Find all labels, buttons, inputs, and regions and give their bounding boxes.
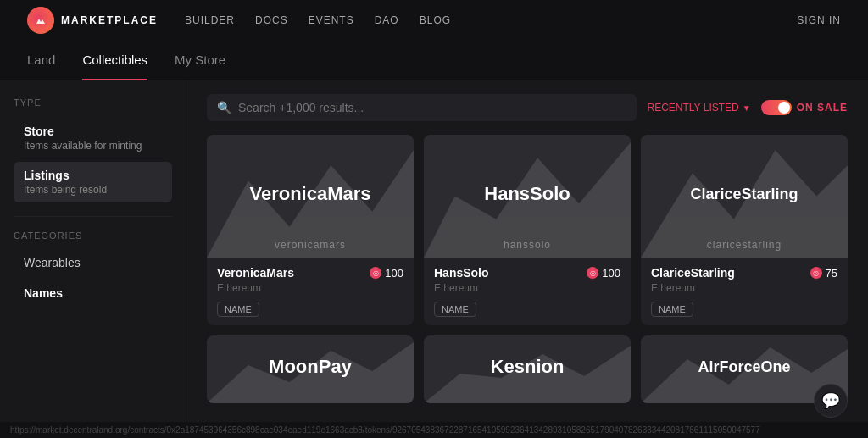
nav-docs[interactable]: DOCS bbox=[255, 14, 288, 26]
nav-blog[interactable]: BLOG bbox=[420, 14, 451, 26]
main-content: 🔍 RECENTLY LISTED ▼ ON SALE bbox=[186, 80, 868, 438]
nav-events[interactable]: EVENTS bbox=[309, 14, 354, 26]
card-1-title-overlay: HansSolo bbox=[484, 183, 570, 205]
categories-label: CATEGORIES bbox=[14, 230, 172, 241]
card-1-tag: NAME bbox=[434, 302, 476, 317]
card-2-image: ClariceStarling claricestarling bbox=[641, 135, 848, 258]
chevron-down-icon: ▼ bbox=[743, 103, 751, 113]
card-1-price-value: 100 bbox=[602, 267, 620, 280]
type-label: TYPE bbox=[14, 97, 172, 108]
toolbar: 🔍 RECENTLY LISTED ▼ ON SALE bbox=[207, 94, 848, 121]
card-2-username: claricestarling bbox=[707, 239, 782, 251]
status-bar: https://market.decentraland.org/contract… bbox=[0, 422, 868, 438]
card-1-name-row: HansSolo ◎ 100 bbox=[434, 266, 620, 280]
toggle-knob bbox=[778, 102, 790, 114]
card-2-name: ClariceStarling bbox=[651, 266, 735, 280]
price-icon-0: ◎ bbox=[370, 267, 381, 279]
header: MARKETPLACE BUILDER DOCS EVENTS DAO BLOG… bbox=[0, 0, 868, 41]
sidebar-divider bbox=[14, 216, 172, 217]
search-icon: 🔍 bbox=[217, 101, 231, 114]
store-sub: Items available for minting bbox=[24, 140, 162, 152]
on-sale-label: ON SALE bbox=[797, 102, 848, 114]
card-0-username: veronicamars bbox=[275, 239, 346, 251]
on-sale-toggle[interactable] bbox=[761, 100, 792, 115]
card-0[interactable]: VeronicaMars veronicamars VeronicaMars ◎… bbox=[207, 135, 414, 325]
chat-icon: 💬 bbox=[821, 391, 840, 410]
tab-bar: Land Collectibles My Store bbox=[0, 41, 868, 80]
main-nav: BUILDER DOCS EVENTS DAO BLOG bbox=[185, 14, 451, 26]
listings-title: Listings bbox=[24, 169, 162, 182]
card-1-name: HansSolo bbox=[434, 266, 489, 280]
cards-grid: VeronicaMars veronicamars VeronicaMars ◎… bbox=[207, 135, 848, 403]
sidebar-item-store[interactable]: Store Items available for minting bbox=[14, 118, 172, 158]
price-icon-2: ◎ bbox=[810, 267, 822, 279]
card-0-name-row: VeronicaMars ◎ 100 bbox=[217, 266, 403, 280]
card-2-price: ◎ 75 bbox=[810, 267, 837, 280]
search-input[interactable] bbox=[238, 101, 626, 114]
card-0-image: VeronicaMars veronicamars bbox=[207, 135, 414, 258]
price-icon-1: ◎ bbox=[587, 267, 598, 279]
search-wrap[interactable]: 🔍 bbox=[207, 94, 637, 121]
card-0-tag: NAME bbox=[217, 302, 259, 317]
card-0-info: VeronicaMars ◎ 100 Ethereum NAME bbox=[207, 258, 414, 325]
on-sale-toggle-wrap: ON SALE bbox=[761, 100, 848, 115]
card-2[interactable]: ClariceStarling claricestarling ClariceS… bbox=[641, 135, 848, 325]
svg-point-0 bbox=[34, 14, 47, 27]
card-0-price-value: 100 bbox=[385, 267, 403, 280]
card-4-title-overlay: Kesnion bbox=[491, 356, 565, 378]
card-1-price: ◎ 100 bbox=[587, 267, 620, 280]
card-2-chain: Ethereum bbox=[651, 282, 837, 294]
tab-land[interactable]: Land bbox=[27, 41, 55, 80]
toolbar-right: RECENTLY LISTED ▼ ON SALE bbox=[647, 100, 848, 115]
card-2-price-value: 75 bbox=[826, 267, 837, 280]
logo-icon bbox=[27, 7, 54, 34]
nav-dao[interactable]: DAO bbox=[375, 14, 399, 26]
main-layout: TYPE Store Items available for minting L… bbox=[0, 80, 868, 438]
card-0-price: ◎ 100 bbox=[370, 267, 403, 280]
tab-my-store[interactable]: My Store bbox=[175, 41, 225, 80]
logo[interactable]: MARKETPLACE bbox=[27, 7, 158, 34]
card-1-image: HansSolo hanssolo bbox=[424, 135, 631, 258]
card-0-title-overlay: VeronicaMars bbox=[249, 183, 370, 205]
card-3-image: MoonPay bbox=[207, 335, 414, 403]
card-2-info: ClariceStarling ◎ 75 Ethereum NAME bbox=[641, 258, 848, 325]
listings-sub: Items being resold bbox=[24, 184, 162, 196]
status-bar-text: https://market.decentraland.org/contract… bbox=[10, 425, 760, 435]
recently-listed-label: RECENTLY LISTED bbox=[647, 102, 738, 114]
sign-in-button[interactable]: SIGN IN bbox=[797, 14, 841, 26]
card-1[interactable]: HansSolo hanssolo HansSolo ◎ 100 Ethereu… bbox=[424, 135, 631, 325]
sidebar: TYPE Store Items available for minting L… bbox=[0, 80, 186, 438]
nav-builder[interactable]: BUILDER bbox=[185, 14, 235, 26]
card-4[interactable]: Kesnion bbox=[424, 335, 631, 403]
store-title: Store bbox=[24, 125, 162, 138]
card-2-name-row: ClariceStarling ◎ 75 bbox=[651, 266, 837, 280]
card-1-username: hanssolo bbox=[504, 239, 551, 251]
card-3-title-overlay: MoonPay bbox=[269, 356, 352, 378]
card-2-tag: NAME bbox=[651, 302, 693, 317]
card-2-title-overlay: ClariceStarling bbox=[690, 186, 798, 203]
brand-label: MARKETPLACE bbox=[61, 14, 158, 26]
tab-collectibles[interactable]: Collectibles bbox=[82, 41, 147, 80]
card-1-chain: Ethereum bbox=[434, 282, 620, 294]
card-4-image: Kesnion bbox=[424, 335, 631, 403]
sidebar-cat-names[interactable]: Names bbox=[14, 280, 172, 307]
card-5-title-overlay: AirForceOne bbox=[698, 358, 790, 376]
sidebar-item-listings[interactable]: Listings Items being resold bbox=[14, 162, 172, 202]
card-1-info: HansSolo ◎ 100 Ethereum NAME bbox=[424, 258, 631, 325]
chat-bubble[interactable]: 💬 bbox=[814, 384, 848, 418]
card-0-chain: Ethereum bbox=[217, 282, 403, 294]
sidebar-cat-wearables[interactable]: Wearables bbox=[14, 249, 172, 276]
card-0-name: VeronicaMars bbox=[217, 266, 294, 280]
recently-listed-button[interactable]: RECENTLY LISTED ▼ bbox=[647, 102, 750, 114]
card-3[interactable]: MoonPay bbox=[207, 335, 414, 403]
